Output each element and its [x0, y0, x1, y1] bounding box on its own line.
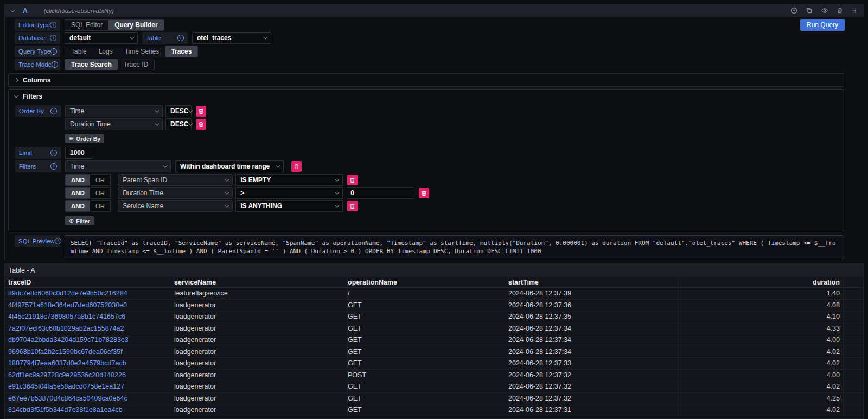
time-filter-field-select[interactable]: Time [65, 160, 171, 172]
column-header-servicename[interactable]: serviceName [174, 277, 348, 287]
hide-response-eye-icon[interactable] [821, 7, 828, 14]
order-by-direction-select[interactable]: DESC [165, 105, 192, 117]
remove-filter-button[interactable] [347, 175, 358, 185]
info-icon[interactable]: i [50, 163, 57, 170]
start-time-cell: 2024-06-28 12:37:34 [508, 334, 678, 346]
filter-field-select[interactable]: Service Name [118, 200, 233, 212]
filter-field-select[interactable]: Parent Span ID [118, 174, 233, 186]
trace-id-option[interactable]: Trace ID [118, 59, 155, 70]
remove-order-by-button[interactable] [196, 106, 206, 117]
info-icon[interactable]: i [50, 35, 56, 41]
collapse-query-icon[interactable] [11, 9, 14, 12]
trace-id-link[interactable]: 7a2f07ecf63c60b1029ab2ac155874a2 [8, 323, 174, 334]
trace-id-link[interactable]: e67ee7b53870d4c864ca50409ca0e64c [8, 393, 174, 404]
query-row-header[interactable]: A (clickhouse-observability) [4, 4, 864, 17]
query-type-time-series[interactable]: Time Series [119, 46, 165, 57]
filter-value-input[interactable] [346, 187, 414, 199]
trace-id-link[interactable]: 1887794f7eaa6037d0e2a4579bcd7acb [8, 358, 174, 369]
start-time-cell: 2024-06-28 12:37:34 [508, 346, 678, 358]
column-header-operationname[interactable]: operationName [348, 277, 508, 287]
and-option[interactable]: AND [66, 188, 90, 198]
table-row: 89dc7e8c6060c0d12de7e9b50c216284 feature… [5, 288, 863, 300]
columns-section: Columns [8, 73, 844, 87]
operation-name-cell: GET [348, 346, 508, 358]
columns-section-header[interactable]: Columns [9, 74, 844, 86]
info-icon[interactable]: i [52, 61, 58, 68]
trace-id-link[interactable]: e91c3645f04fa5e58adcd0758e1ea127 [8, 381, 174, 392]
operation-name-cell: GET [348, 381, 508, 392]
order-by-label: Order Byi [15, 105, 61, 117]
operation-name-cell: GET [348, 393, 508, 404]
add-order-by-button[interactable]: ⊕ Order By [65, 134, 104, 143]
duplicate-query-icon[interactable] [806, 7, 813, 14]
trace-id-link[interactable]: 96968b10fa2b2c1590bc67dea06ef35f [8, 346, 174, 358]
query-type-label: Query Typei [15, 46, 60, 57]
operation-name-cell: GET [348, 323, 508, 334]
query-type-traces[interactable]: Traces [165, 46, 197, 57]
trace-search-option[interactable]: Trace Search [65, 59, 118, 70]
table-select[interactable]: otel_traces [192, 32, 271, 44]
order-by-field-select[interactable]: Time [65, 105, 163, 117]
duration-cell: 4.02 [678, 346, 844, 358]
info-icon[interactable]: i [55, 238, 61, 244]
table-row: 62df1ec9a29728c9e29536c20d140226 loadgen… [5, 370, 863, 382]
results-table-panel: Table - A traceID serviceName operationN… [4, 263, 864, 419]
column-header-duration[interactable]: duration [678, 277, 844, 287]
column-header-starttime[interactable]: startTime [508, 277, 678, 287]
sql-editor-option[interactable]: SQL Editor [65, 20, 108, 30]
and-option[interactable]: AND [66, 175, 90, 185]
and-option[interactable]: AND [66, 201, 90, 211]
delete-query-icon[interactable] [837, 7, 843, 14]
drag-handle-icon[interactable] [851, 7, 857, 14]
trace-id-link[interactable]: 4f45c21918c73698057a8b1c741657c6 [8, 311, 174, 323]
or-option[interactable]: OR [90, 175, 110, 185]
query-type-logs[interactable]: Logs [93, 46, 119, 57]
datasource-icon[interactable] [790, 7, 797, 14]
editor-type-toggle: SQL Editor Query Builder [65, 19, 164, 31]
time-filter-operator-select[interactable]: Within dashboard time range [175, 160, 284, 172]
trace-id-link[interactable]: 62df1ec9a29728c9e29536c20d140226 [8, 370, 174, 381]
info-icon[interactable]: i [50, 150, 57, 156]
query-type-table[interactable]: Table [65, 46, 93, 57]
database-select[interactable]: default [65, 32, 138, 44]
database-label: Databasei [15, 32, 60, 44]
service-name-cell: loadgenerator [174, 381, 348, 392]
filters-section: Filters Order Byi Time [8, 89, 844, 231]
remove-filter-button[interactable] [419, 188, 429, 198]
remove-filter-button[interactable] [347, 201, 358, 211]
info-icon[interactable]: i [50, 48, 57, 55]
service-name-cell: loadgenerator [174, 300, 348, 311]
limit-input[interactable] [65, 147, 93, 159]
info-icon[interactable]: i [50, 108, 57, 114]
filter-operator-select[interactable]: IS EMPTY [235, 174, 343, 186]
trace-id-link[interactable]: 814cbd3f51f5b344d7e38f1e8a1ea4cb [8, 404, 174, 416]
filters-section-header[interactable]: Filters [9, 90, 844, 102]
table-body: 89dc7e8c6060c0d12de7e9b50c216284 feature… [5, 288, 863, 416]
filter-field-select[interactable]: Duration Time [118, 187, 233, 199]
duration-cell: 4.02 [678, 381, 844, 392]
info-icon[interactable]: i [177, 35, 184, 41]
filter-operator-select[interactable]: IS ANYTHING [235, 200, 343, 212]
filter-operator-select[interactable]: > [235, 187, 343, 199]
table-header-row: traceID serviceName operationName startT… [5, 277, 863, 288]
column-header-traceid[interactable]: traceID [8, 277, 174, 287]
order-by-direction-select[interactable]: DESC [165, 118, 192, 130]
service-name-cell: loadgenerator [174, 323, 348, 334]
order-by-field-select[interactable]: Duration Time [65, 118, 163, 130]
start-time-cell: 2024-06-28 12:37:35 [508, 311, 678, 323]
or-option[interactable]: OR [90, 201, 110, 211]
run-query-button[interactable]: Run Query [800, 19, 845, 31]
operation-name-cell: / [348, 288, 508, 299]
table-row: 4f497571a618e364ed7ded60752030e0 loadgen… [5, 300, 863, 312]
info-icon[interactable]: i [50, 22, 56, 28]
trace-id-link[interactable]: db9704a2bbda34204d159c71b78283e3 [8, 334, 174, 346]
query-builder-option[interactable]: Query Builder [108, 20, 163, 30]
add-filter-button[interactable]: ⊕ Filter [65, 216, 94, 225]
remove-time-filter-button[interactable] [291, 161, 302, 172]
or-option[interactable]: OR [90, 188, 110, 198]
filter-condition-row: AND OR Duration Time > [65, 187, 844, 199]
trace-id-link[interactable]: 89dc7e8c6060c0d12de7e9b50c216284 [8, 288, 174, 299]
remove-order-by-button[interactable] [196, 119, 206, 130]
trace-id-link[interactable]: 4f497571a618e364ed7ded60752030e0 [8, 300, 174, 311]
duration-cell: 4.25 [678, 393, 844, 404]
